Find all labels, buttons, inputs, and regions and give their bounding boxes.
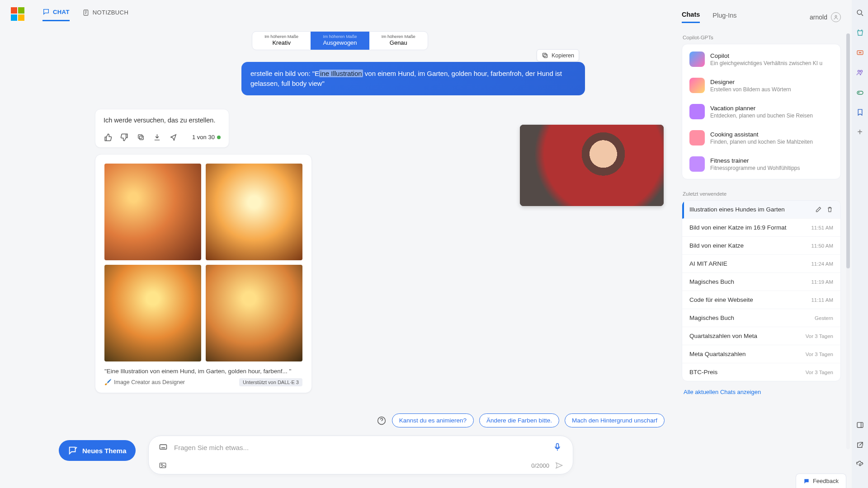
generated-image[interactable] — [104, 265, 201, 361]
suggestion-chip[interactable]: Kannst du es animieren? — [392, 413, 474, 427]
recent-chat-item[interactable]: Magisches Buch 11:19 AM — [682, 273, 840, 291]
generated-image[interactable] — [206, 265, 302, 361]
image-source[interactable]: 🖌️ Image Creator aus Designer — [104, 379, 185, 385]
user-message-row: Kopieren erstelle ein bild von: "Eine Il… — [95, 62, 585, 95]
gpt-icon — [689, 52, 705, 67]
delete-icon[interactable] — [826, 206, 833, 213]
people-icon[interactable] — [855, 68, 864, 77]
suggestion-chip[interactable]: Ändere die Farben bitte. — [479, 413, 559, 427]
gpt-item[interactable]: Fitness trainerFitnessprogramme und Wohl… — [682, 151, 840, 177]
image-card: "Eine Illustration von einem Hund, im Ga… — [95, 154, 312, 393]
tab-chat[interactable]: CHAT — [42, 6, 70, 21]
help-icon[interactable] — [377, 416, 387, 426]
search-icon[interactable] — [855, 8, 864, 17]
response-counter: 1 von 30 — [192, 134, 221, 141]
webcam-overlay[interactable] — [520, 125, 664, 206]
text-selection: ine Illustration — [319, 70, 363, 77]
svg-rect-11 — [138, 135, 142, 139]
games-icon[interactable] — [855, 88, 864, 97]
copy-msg-button[interactable] — [136, 133, 145, 142]
svg-point-0 — [857, 10, 862, 14]
tone-selector: Im höheren Maße Kreativ Im höheren Maße … — [252, 31, 428, 50]
image-upload-button[interactable] — [159, 461, 167, 469]
svg-rect-8 — [544, 54, 547, 58]
gpt-icon — [689, 78, 705, 93]
recent-chat-item[interactable]: Code für eine Webseite 11:11 AM — [682, 291, 840, 309]
recents-title: Zuletzt verwendete — [683, 191, 841, 197]
download-button[interactable] — [152, 133, 161, 142]
gpt-icon — [689, 156, 705, 172]
tab-icon[interactable] — [855, 420, 864, 429]
recent-chat-item[interactable]: Bild von einer Katze im 16:9 Format 11:5… — [682, 219, 840, 237]
user-message-bubble[interactable]: erstelle ein bild von: "Eine Illustratio… — [241, 62, 585, 95]
recent-chat-item[interactable]: BTC-Preis Vor 3 Tagen — [682, 363, 840, 381]
settings-icon[interactable] — [855, 460, 864, 469]
panel-tab-plugins[interactable]: Plug-Ins — [712, 12, 736, 23]
avatar-icon — [831, 12, 841, 22]
svg-rect-10 — [139, 136, 143, 140]
input-placeholder: Fragen Sie mich etwas... — [174, 444, 547, 451]
svg-rect-5 — [857, 422, 863, 427]
add-icon[interactable]: + — [855, 127, 864, 136]
tab-notebook-label: NOTIZBUCH — [93, 9, 128, 16]
right-panel: Chats Plug-Ins arnold Copilot-GPTs Copil… — [680, 0, 852, 488]
share-button[interactable] — [169, 133, 178, 142]
feedback-button[interactable]: Feedback — [796, 474, 846, 488]
recent-chat-item[interactable]: Quartalszahlen von Meta Vor 3 Tagen — [682, 327, 840, 345]
user-account[interactable]: arnold — [810, 12, 841, 22]
show-all-chats[interactable]: Alle aktuellen Chats anzeigen — [682, 381, 841, 403]
gpt-item[interactable]: Cooking assistantFinden, planen und koch… — [682, 125, 840, 151]
assistant-text: Ich werde versuchen, das zu erstellen. — [104, 117, 221, 124]
svg-rect-13 — [160, 445, 167, 449]
gpt-item[interactable]: Vacation plannerEntdecken, planen und bu… — [682, 99, 840, 125]
keyboard-icon[interactable] — [159, 443, 168, 452]
copy-icon — [542, 52, 548, 59]
tone-balanced[interactable]: Im höheren Maße Ausgewogen — [311, 32, 369, 50]
mic-button[interactable] — [553, 442, 563, 452]
tab-notebook[interactable]: NOTIZBUCH — [82, 6, 128, 21]
copy-button[interactable]: Kopieren — [537, 49, 579, 61]
gpt-icon — [689, 130, 705, 145]
status-dot-icon — [217, 136, 221, 139]
gpts-title: Copilot-GPTs — [683, 35, 841, 40]
recent-chat-item[interactable]: AI MIT ARNIE 11:24 AM — [682, 255, 840, 273]
bookmark-icon[interactable] — [855, 108, 864, 117]
recent-chat-item[interactable]: Magisches Buch Gestern — [682, 309, 840, 327]
recent-chat-item[interactable]: Bild von einer Katze 11:50 AM — [682, 237, 840, 255]
export-icon[interactable] — [855, 440, 864, 449]
panel-tab-chats[interactable]: Chats — [682, 11, 700, 23]
generated-image[interactable] — [104, 164, 201, 260]
ms-logo — [11, 7, 24, 21]
suggestions-row: Kannst du es animieren? Ändere die Farbe… — [0, 413, 680, 427]
suggestion-chip[interactable]: Mach den Hintergrund unscharf — [565, 413, 665, 427]
header: CHAT NOTIZBUCH — [5, 0, 675, 21]
gpt-item[interactable]: DesignerErstellen von Bildern aus Wörter… — [682, 72, 840, 99]
chat-input[interactable]: Fragen Sie mich etwas... 0/2000 — [148, 436, 573, 474]
svg-rect-15 — [160, 463, 166, 468]
generated-image[interactable] — [206, 164, 302, 260]
svg-rect-4 — [857, 91, 863, 94]
gpt-item[interactable]: CopilotEin gleichgewichtiges Verhältnis … — [682, 46, 840, 72]
send-button[interactable] — [555, 461, 563, 469]
tab-chat-label: CHAT — [53, 9, 70, 15]
tone-precise[interactable]: Im höheren Maße Genau — [369, 32, 428, 50]
dalle-badge: Unterstützt von DALL·E 3 — [239, 378, 302, 386]
edit-icon[interactable] — [815, 206, 822, 213]
svg-rect-14 — [557, 444, 559, 448]
tone-creative[interactable]: Im höheren Maße Kreativ — [252, 32, 311, 50]
notebook-icon — [82, 9, 90, 16]
brush-icon: 🖌️ — [104, 379, 112, 385]
coupon-icon[interactable] — [855, 48, 864, 57]
feedback-icon — [803, 478, 810, 484]
side-toolbar: + — [852, 0, 868, 488]
like-button[interactable] — [104, 133, 113, 142]
svg-rect-9 — [542, 53, 546, 57]
shopping-icon[interactable] — [855, 28, 864, 37]
dislike-button[interactable] — [120, 133, 129, 142]
recent-chat-item[interactable]: Illustration eines Hundes im Garten — [682, 201, 840, 219]
gpt-icon — [689, 104, 705, 119]
svg-point-16 — [161, 464, 162, 465]
recent-chat-item[interactable]: Meta Quartalszahlen Vor 3 Tagen — [682, 345, 840, 363]
svg-point-17 — [835, 15, 837, 17]
svg-point-2 — [858, 70, 859, 72]
